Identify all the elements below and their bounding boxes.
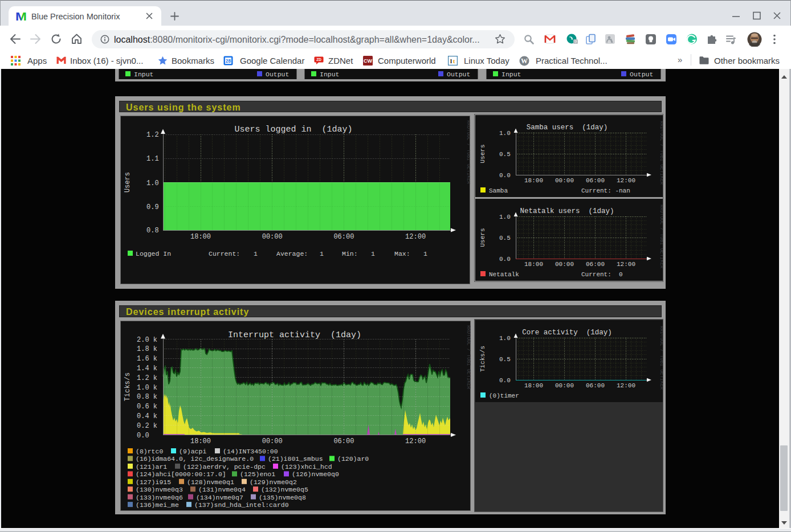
- svg-text:18:00: 18:00: [524, 261, 543, 268]
- svg-text:RRDTOOL / TOBI OETIKER: RRDTOOL / TOBI OETIKER: [659, 326, 663, 390]
- svg-text:06:00: 06:00: [586, 177, 605, 184]
- svg-text:Output: Output: [630, 71, 653, 78]
- svg-text:06:00: 06:00: [586, 382, 605, 389]
- svg-text:Users: Users: [124, 172, 132, 193]
- svg-text:18:00: 18:00: [190, 233, 211, 241]
- svg-text:Min:: Min:: [342, 250, 358, 257]
- svg-text:00:00: 00:00: [262, 233, 283, 241]
- svg-text:Samba: Samba: [489, 187, 508, 194]
- svg-text:0.0: 0.0: [499, 256, 511, 263]
- svg-text:1.0: 1.0: [146, 179, 159, 187]
- svg-text:Netatalk: Netatalk: [489, 271, 519, 278]
- svg-text:Ticks/s: Ticks/s: [124, 373, 132, 401]
- svg-text:1.2 k: 1.2 k: [137, 374, 157, 382]
- svg-text:(121)ar1: (121)ar1: [136, 463, 167, 470]
- svg-text:1: 1: [320, 250, 324, 257]
- svg-text:CW: CW: [364, 58, 372, 64]
- svg-text:(133)nvme0q6: (133)nvme0q6: [136, 494, 183, 501]
- svg-text:0.5: 0.5: [499, 151, 511, 158]
- svg-text:Netatalk users (1day): Netatalk users (1day): [520, 207, 614, 215]
- svg-text:00:00: 00:00: [555, 177, 574, 184]
- svg-text:0.6 k: 0.6 k: [137, 403, 157, 411]
- svg-text:1.0: 1.0: [499, 335, 511, 342]
- svg-text:(122)aerdrv, pcie-dpc: (122)aerdrv, pcie-dpc: [183, 463, 266, 470]
- svg-text:Users logged in (1day): Users logged in (1day): [234, 125, 352, 134]
- svg-text:(8)rtc0: (8)rtc0: [136, 448, 163, 455]
- svg-text:0.2 k: 0.2 k: [137, 422, 157, 430]
- svg-text:0.0: 0.0: [499, 172, 511, 179]
- svg-text:1.4 k: 1.4 k: [137, 365, 157, 373]
- svg-text:(132)nvme0q5: (132)nvme0q5: [261, 486, 308, 493]
- svg-text:28: 28: [226, 58, 231, 64]
- svg-text:1.1: 1.1: [146, 155, 159, 163]
- svg-text:1.8 k: 1.8 k: [137, 345, 157, 353]
- svg-text:l: l: [450, 58, 452, 64]
- svg-text:0.8: 0.8: [146, 227, 159, 235]
- svg-text:0.8 k: 0.8 k: [137, 393, 157, 401]
- svg-text:Output: Output: [447, 71, 470, 78]
- svg-text:(0)timer: (0)timer: [489, 392, 519, 399]
- svg-text:(125)eno1: (125)eno1: [240, 470, 275, 478]
- svg-text:(128)nvme0q1: (128)nvme0q1: [187, 478, 234, 486]
- svg-text:Current: -nan: Current: -nan: [581, 187, 630, 194]
- svg-text:(124)ahci[0000:00:17.0]: (124)ahci[0000:00:17.0]: [136, 470, 226, 478]
- svg-text:(14)INT3450:00: (14)INT3450:00: [223, 448, 278, 455]
- svg-text:0.0: 0.0: [137, 432, 149, 440]
- svg-text:Input: Input: [134, 71, 154, 78]
- svg-text:Logged In: Logged In: [136, 250, 171, 257]
- svg-text:(9)acpi: (9)acpi: [179, 448, 206, 455]
- svg-text:Current: 0: Current: 0: [581, 271, 623, 278]
- svg-text:M: M: [15, 10, 27, 22]
- svg-text:(134)nvme0q7: (134)nvme0q7: [196, 494, 243, 501]
- svg-text:(135)nvme0q8: (135)nvme0q8: [259, 494, 306, 501]
- svg-text:00:00: 00:00: [262, 437, 283, 445]
- svg-text:(137)snd_hda_intel:card0: (137)snd_hda_intel:card0: [194, 501, 289, 509]
- svg-text:(129)nvme0q2: (129)nvme0q2: [250, 478, 297, 486]
- svg-text:Samba users (1day): Samba users (1day): [527, 124, 608, 132]
- svg-text:Users: Users: [479, 228, 486, 247]
- svg-text:(126)nvme0q0: (126)nvme0q0: [292, 470, 339, 478]
- svg-text:12:00: 12:00: [617, 177, 635, 184]
- svg-text:0.5: 0.5: [499, 356, 511, 363]
- svg-text:Input: Input: [320, 71, 340, 78]
- svg-text:0.9: 0.9: [146, 203, 159, 211]
- svg-text:1.6 k: 1.6 k: [137, 355, 157, 363]
- svg-text:06:00: 06:00: [333, 437, 354, 445]
- svg-text:RRDTOOL / TOBI OETIKER: RRDTOOL / TOBI OETIKER: [466, 325, 471, 389]
- svg-text:Output: Output: [266, 71, 289, 78]
- svg-text:06:00: 06:00: [586, 261, 605, 268]
- svg-text:ZD: ZD: [316, 58, 321, 62]
- svg-text:12:00: 12:00: [405, 233, 426, 241]
- svg-text:18:00: 18:00: [190, 437, 211, 445]
- svg-text:Core activity (1day): Core activity (1day): [522, 329, 612, 337]
- svg-text:00:00: 00:00: [555, 382, 574, 389]
- svg-text:00:00: 00:00: [555, 261, 574, 268]
- svg-text:Input: Input: [501, 71, 521, 78]
- svg-text:Ticks/s: Ticks/s: [479, 346, 486, 372]
- svg-text:1.0: 1.0: [499, 214, 511, 220]
- svg-text:12:00: 12:00: [617, 261, 635, 268]
- svg-text:(131)nvme0q4: (131)nvme0q4: [198, 486, 246, 493]
- svg-text:1.0: 1.0: [499, 130, 511, 137]
- svg-text:1.2: 1.2: [146, 131, 159, 139]
- svg-text:1.0 k: 1.0 k: [137, 384, 157, 392]
- svg-text:18:00: 18:00: [524, 177, 543, 184]
- svg-text:1: 1: [371, 250, 375, 257]
- svg-text:t: t: [453, 58, 455, 64]
- svg-text:(120)ar0: (120)ar0: [337, 455, 369, 463]
- svg-text:(21)i801_smbus: (21)i801_smbus: [268, 455, 323, 463]
- svg-text:(130)nvme0q3: (130)nvme0q3: [136, 486, 183, 493]
- svg-text:W: W: [521, 57, 528, 65]
- svg-text:Average:: Average:: [276, 250, 308, 257]
- svg-text:(136)mei_me: (136)mei_me: [136, 501, 179, 509]
- svg-text:18:00: 18:00: [524, 382, 543, 389]
- svg-text:2.0 k: 2.0 k: [137, 336, 157, 344]
- svg-text:Interrupt activity (1day): Interrupt activity (1day): [228, 330, 361, 340]
- svg-text:Current:: Current:: [209, 250, 240, 257]
- svg-text:?: ?: [574, 39, 577, 44]
- svg-text:RRDTOOL / TOBI OETIKER: RRDTOOL / TOBI OETIKER: [466, 120, 470, 184]
- svg-text:(127)i915: (127)i915: [136, 478, 171, 486]
- svg-text:(16)idma64.0, i2c_designware.0: (16)idma64.0, i2c_designware.0: [136, 455, 254, 463]
- svg-text:12:00: 12:00: [405, 437, 426, 445]
- svg-text:RRDTOOL / TOBI OETIKER: RRDTOOL / TOBI OETIKER: [659, 204, 663, 268]
